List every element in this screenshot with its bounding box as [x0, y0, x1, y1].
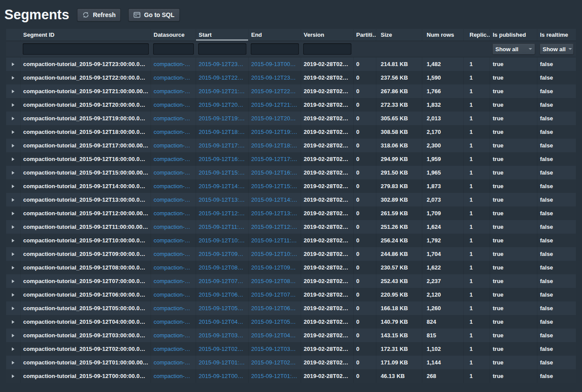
row-expander[interactable]	[6, 139, 21, 152]
cell-start-link[interactable]: 2015-09-12T13:…	[196, 193, 249, 206]
cell-start-link[interactable]: 2015-09-12T08…	[196, 261, 249, 274]
refresh-button[interactable]: Refresh	[77, 8, 121, 21]
cell-start-link[interactable]: 2015-09-12T06…	[196, 288, 249, 301]
column-header-datasource[interactable]: Datasource	[151, 29, 196, 41]
row-expander[interactable]	[6, 112, 21, 125]
cell-start-link[interactable]: 2015-09-12T15:…	[196, 166, 249, 179]
row-expander[interactable]	[6, 274, 21, 288]
cell-datasource-link[interactable]: compaction-…	[151, 139, 196, 152]
cell-end-link[interactable]: 2015-09-12T05…	[249, 315, 301, 329]
cell-end-link[interactable]: 2015-09-12T18:…	[249, 139, 301, 152]
cell-datasource-link[interactable]: compaction-…	[151, 261, 196, 274]
column-header-is-realtime[interactable]: Is realtime	[537, 29, 576, 41]
column-header-num-rows[interactable]: Num rows	[422, 29, 464, 41]
row-expander[interactable]	[6, 193, 21, 206]
cell-datasource-link[interactable]: compaction-…	[151, 329, 196, 342]
cell-end-link[interactable]: 2015-09-12T21:…	[249, 98, 301, 112]
cell-datasource-link[interactable]: compaction-…	[151, 274, 196, 288]
row-expander[interactable]	[6, 125, 21, 139]
row-expander[interactable]	[6, 166, 21, 179]
cell-datasource-link[interactable]: compaction-…	[151, 342, 196, 356]
cell-end-link[interactable]: 2015-09-12T04…	[249, 329, 301, 342]
cell-datasource-link[interactable]: compaction-…	[151, 152, 196, 166]
cell-start-link[interactable]: 2015-09-12T20…	[196, 98, 249, 112]
cell-datasource-link[interactable]: compaction-…	[151, 315, 196, 329]
column-header-size[interactable]: Size	[376, 29, 422, 41]
row-expander[interactable]	[6, 247, 21, 261]
cell-datasource-link[interactable]: compaction-…	[151, 356, 196, 369]
filter-input-version[interactable]	[303, 43, 351, 55]
cell-start-link[interactable]: 2015-09-12T11:…	[196, 220, 249, 234]
cell-datasource-link[interactable]: compaction-…	[151, 179, 196, 193]
cell-datasource-link[interactable]: compaction-…	[151, 234, 196, 247]
cell-end-link[interactable]: 2015-09-12T12:…	[249, 220, 301, 234]
cell-end-link[interactable]: 2015-09-12T22…	[249, 84, 301, 98]
cell-start-link[interactable]: 2015-09-12T00…	[196, 369, 249, 383]
cell-end-link[interactable]: 2015-09-12T16:…	[249, 166, 301, 179]
cell-end-link[interactable]: 2015-09-12T20…	[249, 112, 301, 125]
cell-end-link[interactable]: 2015-09-12T11:…	[249, 234, 301, 247]
cell-start-link[interactable]: 2015-09-12T01:…	[196, 356, 249, 369]
cell-datasource-link[interactable]: compaction-…	[151, 166, 196, 179]
cell-end-link[interactable]: 2015-09-12T02…	[249, 356, 301, 369]
row-expander[interactable]	[6, 356, 21, 369]
cell-end-link[interactable]: 2015-09-13T00…	[249, 57, 301, 71]
cell-datasource-link[interactable]: compaction-…	[151, 112, 196, 125]
is-realtime-filter-select[interactable]: Show all	[540, 43, 574, 55]
column-header-partition[interactable]: Partiti…	[354, 29, 376, 41]
cell-start-link[interactable]: 2015-09-12T23…	[196, 57, 249, 71]
cell-datasource-link[interactable]: compaction-…	[151, 220, 196, 234]
cell-datasource-link[interactable]: compaction-…	[151, 206, 196, 220]
column-header-segment-id[interactable]: Segment ID	[21, 29, 151, 41]
filter-input-segment-id[interactable]	[23, 43, 149, 55]
column-header-version[interactable]: Version	[301, 29, 354, 41]
row-expander[interactable]	[6, 234, 21, 247]
row-expander[interactable]	[6, 301, 21, 315]
cell-start-link[interactable]: 2015-09-12T19:…	[196, 112, 249, 125]
column-header-end[interactable]: End	[249, 29, 301, 41]
row-expander[interactable]	[6, 288, 21, 301]
cell-datasource-link[interactable]: compaction-…	[151, 247, 196, 261]
cell-start-link[interactable]: 2015-09-12T14:…	[196, 179, 249, 193]
cell-start-link[interactable]: 2015-09-12T18:…	[196, 125, 249, 139]
filter-input-start[interactable]	[198, 43, 246, 55]
cell-end-link[interactable]: 2015-09-12T19:…	[249, 125, 301, 139]
filter-input-datasource[interactable]	[153, 43, 194, 55]
cell-end-link[interactable]: 2015-09-12T17:…	[249, 152, 301, 166]
row-expander[interactable]	[6, 84, 21, 98]
row-expander[interactable]	[6, 261, 21, 274]
cell-datasource-link[interactable]: compaction-…	[151, 98, 196, 112]
cell-end-link[interactable]: 2015-09-12T01:…	[249, 369, 301, 383]
row-expander[interactable]	[6, 369, 21, 383]
row-expander[interactable]	[6, 329, 21, 342]
cell-datasource-link[interactable]: compaction-…	[151, 369, 196, 383]
cell-end-link[interactable]: 2015-09-12T14:…	[249, 193, 301, 206]
row-expander[interactable]	[6, 71, 21, 84]
cell-datasource-link[interactable]: compaction-…	[151, 57, 196, 71]
cell-end-link[interactable]: 2015-09-12T08…	[249, 274, 301, 288]
cell-start-link[interactable]: 2015-09-12T21:…	[196, 84, 249, 98]
cell-end-link[interactable]: 2015-09-12T06…	[249, 301, 301, 315]
cell-start-link[interactable]: 2015-09-12T03…	[196, 329, 249, 342]
cell-start-link[interactable]: 2015-09-12T17:…	[196, 139, 249, 152]
column-header-replicas[interactable]: Replic…	[464, 29, 490, 41]
cell-end-link[interactable]: 2015-09-12T13:…	[249, 206, 301, 220]
cell-start-link[interactable]: 2015-09-12T16:…	[196, 152, 249, 166]
row-expander[interactable]	[6, 179, 21, 193]
cell-start-link[interactable]: 2015-09-12T02…	[196, 342, 249, 356]
cell-start-link[interactable]: 2015-09-12T09…	[196, 247, 249, 261]
cell-start-link[interactable]: 2015-09-12T05…	[196, 301, 249, 315]
row-expander[interactable]	[6, 98, 21, 112]
cell-datasource-link[interactable]: compaction-…	[151, 301, 196, 315]
cell-end-link[interactable]: 2015-09-12T10:…	[249, 247, 301, 261]
cell-start-link[interactable]: 2015-09-12T10:…	[196, 234, 249, 247]
cell-end-link[interactable]: 2015-09-12T15:…	[249, 179, 301, 193]
cell-datasource-link[interactable]: compaction-…	[151, 71, 196, 84]
cell-datasource-link[interactable]: compaction-…	[151, 193, 196, 206]
row-expander[interactable]	[6, 206, 21, 220]
column-header-start[interactable]: Start	[196, 29, 249, 41]
is-published-filter-select[interactable]: Show all	[492, 43, 535, 55]
go-to-sql-button[interactable]: Go to SQL	[128, 8, 179, 21]
cell-end-link[interactable]: 2015-09-12T23…	[249, 71, 301, 84]
cell-end-link[interactable]: 2015-09-12T03…	[249, 342, 301, 356]
